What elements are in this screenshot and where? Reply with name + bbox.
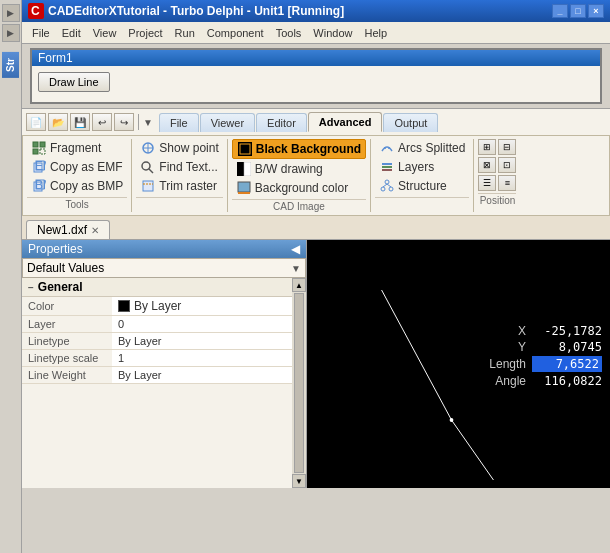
section-toggle[interactable]: −	[28, 282, 34, 293]
props-dropdown-value: Default Values	[27, 261, 104, 275]
tab-output[interactable]: Output	[383, 113, 438, 132]
ribbon-show-point[interactable]: Show point	[136, 139, 222, 157]
coord-y-label: Y	[476, 340, 526, 354]
menu-help[interactable]: Help	[358, 25, 393, 41]
copy-emf-label: Copy as EMF	[50, 160, 123, 174]
ribbon-fragment[interactable]: Fragment	[27, 139, 127, 157]
svg-rect-23	[238, 182, 250, 192]
position-btn-3[interactable]: ⊠	[478, 157, 496, 173]
ribbon-background-color[interactable]: Background color	[232, 179, 366, 197]
ribbon-black-background[interactable]: Black Background	[232, 139, 366, 159]
scroll-thumb[interactable]	[294, 293, 304, 473]
ribbon-structure[interactable]: Structure	[375, 177, 469, 195]
menu-file[interactable]: File	[26, 25, 56, 41]
left-strip-btn-1[interactable]: ▶	[2, 4, 20, 22]
position-icon-grid: ⊞ ⊟ ⊠ ⊡ ☰ ≡	[478, 139, 516, 191]
coord-x-value: -25,1782	[532, 324, 602, 338]
svg-rect-17	[143, 181, 153, 191]
ribbon-copy-bmp[interactable]: BMP Copy as BMP	[27, 177, 127, 195]
coord-angle-label: Angle	[476, 374, 526, 388]
svg-point-25	[384, 147, 386, 149]
doc-tab-name: New1.dxf	[37, 223, 87, 237]
menu-window[interactable]: Window	[307, 25, 358, 41]
coord-length-label: Length	[476, 357, 526, 371]
tab-advanced[interactable]: Advanced	[308, 112, 383, 132]
form-titlebar: Form1	[32, 50, 600, 66]
coord-angle-row: Angle 116,0822	[476, 374, 602, 388]
scroll-up-btn[interactable]: ▲	[292, 278, 306, 292]
menu-edit[interactable]: Edit	[56, 25, 87, 41]
props-table: Color By Layer Layer 0	[22, 297, 292, 384]
doc-tab-close[interactable]: ✕	[91, 225, 99, 236]
close-button[interactable]: ×	[588, 4, 604, 18]
position-btn-1[interactable]: ⊞	[478, 139, 496, 155]
tb-open-btn[interactable]: 📂	[48, 113, 68, 131]
menu-view[interactable]: View	[87, 25, 123, 41]
svg-point-30	[385, 180, 389, 184]
left-strip: ▶ ▶ Str	[0, 0, 22, 553]
tab-file[interactable]: File	[159, 113, 199, 132]
tb-redo-btn[interactable]: ↪	[114, 113, 134, 131]
menu-run[interactable]: Run	[169, 25, 201, 41]
minimize-button[interactable]: _	[552, 4, 568, 18]
tab-viewer[interactable]: Viewer	[200, 113, 255, 132]
menu-component[interactable]: Component	[201, 25, 270, 41]
tb-dropdown[interactable]: ▼	[143, 117, 153, 128]
tb-new-btn[interactable]: 📄	[26, 113, 46, 131]
svg-rect-28	[382, 166, 392, 168]
linetype-scale-value[interactable]: 1	[112, 350, 292, 367]
tab-editor[interactable]: Editor	[256, 113, 307, 132]
props-dropdown[interactable]: Default Values ▼	[22, 258, 306, 278]
svg-line-33	[383, 184, 387, 187]
linetype-value[interactable]: By Layer	[112, 333, 292, 350]
cad2-label	[375, 197, 469, 199]
ribbon-group-position: ⊞ ⊟ ⊠ ⊡ ☰ ≡ Position	[478, 139, 520, 212]
draw-line-button[interactable]: Draw Line	[38, 72, 110, 92]
coord-angle-value: 116,0822	[532, 374, 602, 388]
linetype-label: Linetype	[22, 333, 112, 350]
prop-row-layer: Layer 0	[22, 316, 292, 333]
ribbon-arcs-splitted[interactable]: Arcs Splitted	[375, 139, 469, 157]
position-btn-6[interactable]: ≡	[498, 175, 516, 191]
props-collapse-icon[interactable]: ◀	[291, 242, 300, 256]
tb-save-btn[interactable]: 💾	[70, 113, 90, 131]
ribbon-bw-drawing[interactable]: B/W drawing	[232, 160, 366, 178]
ribbon-group-tools: Fragment EMF Copy as EMF BMP Copy as BMP	[27, 139, 132, 212]
svg-text:BMP: BMP	[35, 179, 46, 192]
properties-panel: Properties ◀ Default Values ▼ ▲ ▼	[22, 240, 307, 488]
ribbon-copy-emf[interactable]: EMF Copy as EMF	[27, 158, 127, 176]
menu-tools[interactable]: Tools	[270, 25, 308, 41]
menu-project[interactable]: Project	[122, 25, 168, 41]
tab-strip: New1.dxf ✕	[22, 216, 610, 240]
str-label[interactable]: Str	[2, 52, 19, 78]
layer-value[interactable]: 0	[112, 316, 292, 333]
line-weight-value[interactable]: By Layer	[112, 367, 292, 384]
ribbon-layers[interactable]: Layers	[375, 158, 469, 176]
tb-undo-btn[interactable]: ↩	[92, 113, 112, 131]
color-value[interactable]: By Layer	[112, 297, 292, 316]
ribbon-find-text[interactable]: Find Text...	[136, 158, 222, 176]
ribbon-trim-raster[interactable]: Trim raster	[136, 177, 222, 195]
svg-rect-24	[238, 192, 250, 194]
props-content: − General Color By Layer	[22, 278, 292, 384]
left-strip-btn-2[interactable]: ▶	[2, 24, 20, 42]
maximize-button[interactable]: □	[570, 4, 586, 18]
scroll-down-btn[interactable]: ▼	[292, 474, 306, 488]
color-swatch	[118, 300, 130, 312]
structure-label: Structure	[398, 179, 447, 193]
form-title: Form1	[38, 51, 73, 65]
svg-rect-5	[40, 149, 45, 154]
viewer-label	[136, 197, 222, 199]
viewer-items: Show point Find Text... Trim raster	[136, 139, 222, 195]
bw-drawing-label: B/W drawing	[255, 162, 323, 176]
copy-bmp-label: Copy as BMP	[50, 179, 123, 193]
position-btn-4[interactable]: ⊡	[498, 157, 516, 173]
position-btn-5[interactable]: ☰	[478, 175, 496, 191]
position-btn-2[interactable]: ⊟	[498, 139, 516, 155]
doc-tab-new1[interactable]: New1.dxf ✕	[26, 220, 110, 239]
structure-icon	[379, 178, 395, 194]
svg-line-16	[149, 169, 153, 173]
cad-canvas[interactable]: X -25,1782 Y 8,0745 Length 7,6522 Angle …	[307, 240, 610, 488]
form-container: Form1 Draw Line	[22, 44, 610, 109]
form-window: Form1 Draw Line	[30, 48, 602, 104]
